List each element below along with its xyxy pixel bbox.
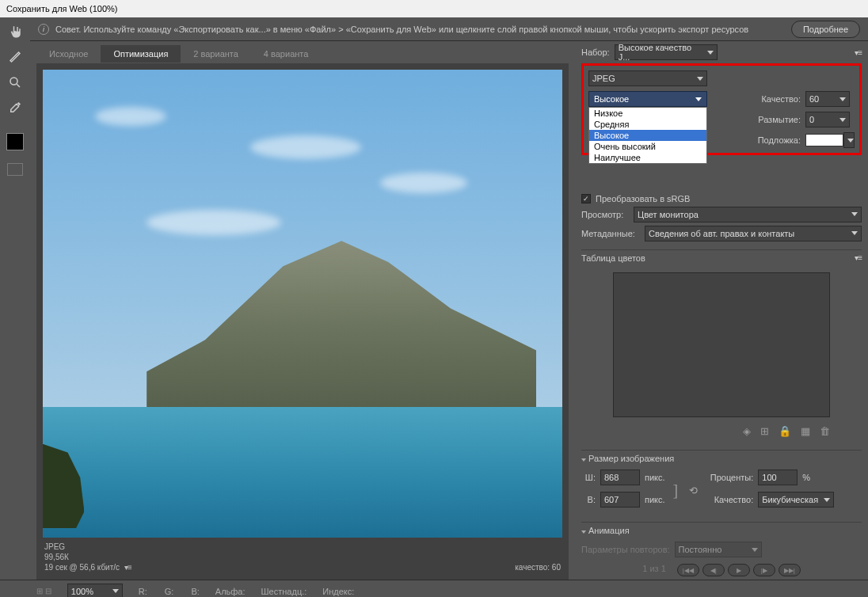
more-button[interactable]: Подробнее bbox=[791, 21, 860, 38]
preview-label: Просмотр: bbox=[581, 210, 629, 219]
image-size-panel: Ш: пикс. В: пикс. ] ⟲ Проценты: bbox=[581, 470, 862, 514]
r-channel: R: bbox=[139, 587, 147, 596]
quality-preset-selected: Высокое bbox=[588, 91, 707, 107]
lock-icon[interactable]: 🔒 bbox=[779, 425, 791, 437]
index-channel: Индекс: bbox=[322, 587, 354, 596]
tab-optimized[interactable]: Оптимизация bbox=[101, 45, 181, 63]
slice-tool-icon[interactable] bbox=[6, 48, 25, 67]
quality-label: Качество: bbox=[752, 94, 801, 104]
width-unit: пикс. bbox=[645, 473, 665, 482]
status-time: 19 сек @ 56,6 кбит/с bbox=[44, 563, 120, 572]
tip-bar: i Совет. Используйте команду «Экспортиро… bbox=[30, 17, 868, 41]
prev-frame-button: ◀| bbox=[702, 564, 725, 576]
metadata-label: Метаданные: bbox=[581, 229, 640, 238]
preset-select[interactable]: Высокое качество J... bbox=[615, 44, 718, 60]
bottom-bar: ⊞ ⊟ 100% R: G: B: Альфа: Шестнадц.: Инде… bbox=[0, 580, 868, 597]
hex-channel: Шестнадц.: bbox=[261, 587, 307, 596]
matte-dropdown[interactable] bbox=[843, 132, 855, 148]
zoom-select[interactable]: 100% bbox=[67, 584, 123, 598]
play-button: ▶ bbox=[728, 564, 750, 576]
status-size: 99,56К bbox=[44, 553, 131, 561]
new-color-icon[interactable]: ▦ bbox=[801, 425, 810, 437]
zoom-tool-icon[interactable] bbox=[6, 73, 25, 92]
highlighted-settings: JPEG Высокое Низкое Средняя Высокое Очен… bbox=[581, 63, 862, 155]
preview-frame: JPEG 99,56К 19 сек @ 56,6 кбит/с ▾≡ каче… bbox=[36, 63, 569, 580]
percent-unit: % bbox=[802, 473, 810, 482]
next-frame-button: |▶ bbox=[753, 564, 775, 576]
matte-swatch[interactable] bbox=[805, 134, 843, 146]
width-input[interactable] bbox=[600, 470, 640, 485]
channel-readout: R: G: B: bbox=[139, 587, 200, 596]
panel-menu-icon[interactable]: ▾≡ bbox=[855, 48, 862, 57]
preview-panel: Исходное Оптимизация 2 варианта 4 вариан… bbox=[0, 41, 575, 580]
preview-select[interactable]: Цвет монитора bbox=[634, 207, 862, 222]
quality-option-veryhigh[interactable]: Очень высокий bbox=[589, 141, 706, 152]
width-label: Ш: bbox=[581, 473, 596, 482]
quality-preset-list: Низкое Средняя Высокое Очень высокий Наи… bbox=[588, 107, 707, 164]
quality-option-max[interactable]: Наилучшее bbox=[589, 152, 706, 163]
window-titlebar: Сохранить для Web (100%) bbox=[0, 0, 868, 17]
preview-image[interactable] bbox=[43, 70, 562, 538]
info-icon: i bbox=[38, 24, 49, 35]
repeat-select: Постоянно bbox=[675, 542, 762, 557]
frame-counter: 1 из 1 bbox=[642, 564, 666, 573]
percent-input[interactable] bbox=[758, 470, 798, 485]
blur-input[interactable]: 0 bbox=[805, 112, 850, 127]
quality-option-medium[interactable]: Средняя bbox=[589, 119, 706, 130]
color-swatch-group bbox=[6, 133, 24, 150]
websafe-icon[interactable]: ⊞ bbox=[760, 425, 769, 437]
svg-point-0 bbox=[10, 78, 17, 85]
settings-panel: Набор: Высокое качество J... ▾≡ JPEG Выс… bbox=[575, 41, 868, 580]
height-label: В: bbox=[581, 495, 596, 504]
tab-2up[interactable]: 2 варианта bbox=[181, 45, 251, 63]
first-frame-button: |◀◀ bbox=[677, 564, 699, 576]
foreground-swatch[interactable] bbox=[6, 133, 24, 150]
tip-text: Совет. Используйте команду «Экспортирова… bbox=[55, 25, 785, 34]
matte-label: Подложка: bbox=[752, 135, 801, 145]
srgb-checkbox[interactable]: ✓ bbox=[581, 194, 591, 203]
metadata-select[interactable]: Сведения об авт. правах и контакты bbox=[645, 226, 862, 241]
window-title: Сохранить для Web (100%) bbox=[6, 4, 118, 13]
colortable-title: Таблица цветов bbox=[581, 253, 645, 263]
status-quality: качество: 60 bbox=[515, 563, 561, 572]
srgb-label: Преобразовать в sRGB bbox=[596, 194, 690, 203]
preview-tabs: Исходное Оптимизация 2 варианта 4 вариан… bbox=[36, 44, 569, 63]
link-bracket: ] bbox=[670, 481, 682, 500]
preview-status: JPEG 99,56К 19 сек @ 56,6 кбит/с ▾≡ каче… bbox=[43, 538, 562, 573]
preset-label: Набор: bbox=[581, 48, 610, 57]
tab-original[interactable]: Исходное bbox=[36, 45, 101, 63]
tab-4up[interactable]: 4 варианта bbox=[251, 45, 322, 63]
color-table[interactable] bbox=[613, 272, 830, 417]
percent-label: Проценты: bbox=[706, 473, 753, 482]
resample-label: Качество: bbox=[706, 495, 753, 504]
constrain-icon[interactable]: ⟲ bbox=[686, 485, 701, 496]
imagesize-title: Размер изображения bbox=[588, 454, 674, 463]
blur-label: Размытие: bbox=[752, 115, 801, 124]
view-icons[interactable]: ⊞ ⊟ bbox=[36, 587, 51, 595]
animation-title: Анимация bbox=[588, 526, 630, 535]
status-menu-icon[interactable]: ▾≡ bbox=[124, 563, 131, 572]
format-select[interactable]: JPEG bbox=[588, 70, 707, 86]
left-toolbar bbox=[0, 17, 30, 580]
dither-icon[interactable]: ◈ bbox=[743, 425, 751, 437]
eyedropper-tool-icon[interactable] bbox=[6, 98, 25, 117]
alpha-channel: Альфа: bbox=[215, 587, 246, 596]
g-channel: G: bbox=[165, 587, 174, 596]
height-input[interactable] bbox=[600, 492, 640, 508]
last-frame-button: ▶▶| bbox=[779, 564, 801, 576]
colortable-icons: ◈ ⊞ 🔒 ▦ 🗑 bbox=[581, 424, 862, 442]
quality-preset-dropdown[interactable]: Высокое Низкое Средняя Высокое Очень выс… bbox=[588, 91, 707, 107]
colortable-menu-icon[interactable]: ▾≡ bbox=[855, 253, 862, 262]
b-channel: B: bbox=[191, 587, 199, 596]
slice-visibility-icon[interactable] bbox=[7, 163, 23, 176]
height-unit: пикс. bbox=[645, 495, 665, 504]
quality-option-low[interactable]: Низкое bbox=[589, 108, 706, 119]
quality-input[interactable]: 60 bbox=[805, 91, 850, 107]
quality-option-high[interactable]: Высокое bbox=[589, 130, 706, 141]
repeat-label: Параметры повторов: bbox=[581, 545, 670, 554]
status-format: JPEG bbox=[44, 542, 131, 551]
resample-select[interactable]: Бикубическая bbox=[758, 492, 834, 508]
trash-icon[interactable]: 🗑 bbox=[820, 425, 830, 437]
hand-tool-icon[interactable] bbox=[6, 22, 25, 41]
